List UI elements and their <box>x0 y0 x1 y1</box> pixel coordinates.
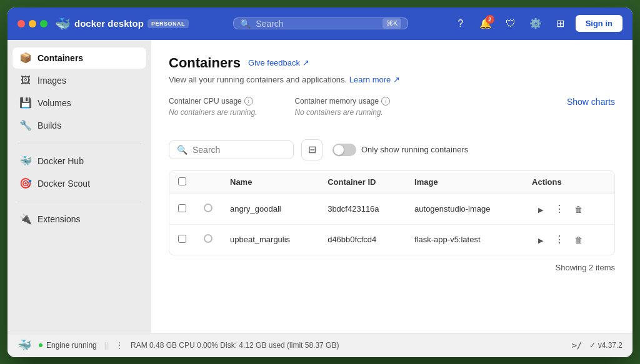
extensions-icon: 🔌 <box>20 214 31 225</box>
app-window: 🐳 docker desktop PERSONAL 🔍 Search ⌘K ? … <box>8 7 632 357</box>
sidebar-label-images: Images <box>38 76 66 86</box>
learn-more-link[interactable]: Learn more ↗ <box>349 75 400 84</box>
containers-table: Name Container ID Image Actions angry_go… <box>169 170 615 255</box>
content-area: Containers Give feedback ↗ View all your… <box>151 40 632 333</box>
table-row: upbeat_margulis d46bb0fcfcd4 flask-app-v… <box>169 224 614 255</box>
play-icon-0 <box>538 204 543 214</box>
help-button[interactable]: ? <box>451 14 471 34</box>
cpu-info-icon[interactable]: i <box>244 97 253 106</box>
delete-button-0[interactable] <box>569 200 587 218</box>
row-checkbox-cell-1 <box>169 224 195 255</box>
sidebar-label-extensions: Extensions <box>38 214 80 224</box>
trash-icon-0 <box>574 204 582 214</box>
sidebar-label-volumes: Volumes <box>38 98 71 108</box>
sidebar-label-docker-hub: Docker Hub <box>38 156 84 166</box>
close-button[interactable] <box>18 20 25 27</box>
row-checkbox-1[interactable] <box>178 235 186 243</box>
settings-icon[interactable]: ⚙️ <box>526 14 546 34</box>
start-button-0[interactable] <box>532 200 549 218</box>
memory-stat-value: No containers are running. <box>294 108 390 117</box>
sidebar-item-images[interactable]: 🖼 Images <box>12 70 146 91</box>
more-options-button-1[interactable] <box>551 231 568 248</box>
page-title: Containers <box>169 55 241 71</box>
titlebar: 🐳 docker desktop PERSONAL 🔍 Search ⌘K ? … <box>8 7 632 40</box>
containers-icon: 📦 <box>20 52 31 64</box>
image-header: Image <box>406 171 523 194</box>
status-header <box>195 171 221 194</box>
table-row: angry_goodall 3bdcf423116a autogenstudio… <box>169 194 614 224</box>
cpu-stat: Container CPU usage i No containers are … <box>169 97 257 117</box>
notification-count: 2 <box>486 15 494 24</box>
scout-icon: 🎯 <box>20 178 31 189</box>
delete-button-1[interactable] <box>569 231 587 248</box>
show-charts-button[interactable]: Show charts <box>567 97 615 107</box>
sidebar-label-docker-scout: Docker Scout <box>38 179 90 189</box>
version-info: ✓ v4.37.2 <box>589 341 622 350</box>
engine-status-dot <box>39 343 42 347</box>
row-status-1 <box>195 224 221 255</box>
volumes-icon: 💾 <box>20 97 31 109</box>
search-input[interactable] <box>192 145 286 155</box>
table-header-row: Name Container ID Image Actions <box>169 171 614 194</box>
row-actions-0 <box>523 194 614 224</box>
sidebar-item-docker-hub[interactable]: 🐳 Docker Hub <box>12 150 146 172</box>
notifications-button[interactable]: 🔔 2 <box>476 14 496 34</box>
select-all-checkbox[interactable] <box>178 177 186 185</box>
sidebar-item-volumes[interactable]: 💾 Volumes <box>12 92 146 114</box>
engine-status: Engine running <box>39 341 97 350</box>
container-id-header: Container ID <box>319 171 406 194</box>
sidebar-item-builds[interactable]: 🔧 Builds <box>12 115 146 136</box>
start-button-1[interactable] <box>532 231 549 248</box>
row-name-0: angry_goodall <box>221 194 319 224</box>
toggle-switch[interactable] <box>332 144 356 156</box>
traffic-lights <box>18 20 48 27</box>
terminal-icon[interactable]: >/ <box>571 340 582 350</box>
row-actions-1 <box>523 224 614 255</box>
footer: 🐳 Engine running || ⋮ RAM 0.48 GB CPU 0.… <box>8 333 632 357</box>
global-search-bar[interactable]: 🔍 Search ⌘K <box>233 17 408 29</box>
builds-icon: 🔧 <box>20 120 31 131</box>
minimize-button[interactable] <box>29 20 36 27</box>
columns-toggle-button[interactable]: ⊟ <box>301 139 322 160</box>
status-indicator-0 <box>204 204 212 212</box>
toggle-knob <box>334 145 344 155</box>
app-name: docker desktop <box>74 18 144 29</box>
sidebar-item-docker-scout[interactable]: 🎯 Docker Scout <box>12 173 146 194</box>
footer-more-options[interactable]: ⋮ <box>116 341 123 350</box>
select-all-header <box>169 171 195 194</box>
row-name-1: upbeat_margulis <box>221 224 319 255</box>
maximize-button[interactable] <box>40 20 48 27</box>
grid-icon[interactable]: ⊞ <box>551 14 571 34</box>
docker-logo-icon: 🐳 <box>55 16 71 31</box>
sidebar-divider <box>18 144 141 144</box>
toggle-label: Only show running containers <box>361 145 468 154</box>
engine-status-label: Engine running <box>46 341 97 350</box>
footer-separator-1: || <box>104 341 108 350</box>
feedback-label: Give feedback <box>248 58 300 67</box>
sidebar-divider-2 <box>18 202 141 202</box>
keyboard-shortcut-hint: ⌘K <box>382 18 401 29</box>
docker-hub-icon: 🐳 <box>20 155 31 167</box>
running-filter-toggle: Only show running containers <box>332 144 468 156</box>
memory-stat-label: Container memory usage i <box>294 97 390 106</box>
sidebar-item-extensions[interactable]: 🔌 Extensions <box>12 209 146 230</box>
more-options-button-0[interactable] <box>551 200 568 218</box>
stats-row: Container CPU usage i No containers are … <box>169 97 615 127</box>
row-checkbox-0[interactable] <box>178 204 186 212</box>
search-icon: 🔍 <box>240 19 251 29</box>
sidebar-label-containers: Containers <box>38 53 83 63</box>
global-search-label: Search <box>256 19 283 29</box>
memory-stat: Container memory usage i No containers a… <box>294 97 390 117</box>
plan-badge: PERSONAL <box>148 19 189 28</box>
cpu-stat-value: No containers are running. <box>169 108 257 117</box>
docker-scout-icon[interactable]: 🛡 <box>501 14 521 34</box>
container-search-box[interactable]: 🔍 <box>169 140 294 159</box>
status-indicator-1 <box>204 234 212 243</box>
titlebar-actions: ? 🔔 2 🛡 ⚙️ ⊞ Sign in <box>451 14 622 34</box>
cpu-stat-label: Container CPU usage i <box>169 97 257 106</box>
memory-info-icon[interactable]: i <box>381 97 390 106</box>
sidebar-item-containers[interactable]: 📦 Containers <box>12 47 146 69</box>
row-status-0 <box>195 194 221 224</box>
feedback-link[interactable]: Give feedback ↗ <box>248 58 309 67</box>
sign-in-button[interactable]: Sign in <box>576 15 622 32</box>
